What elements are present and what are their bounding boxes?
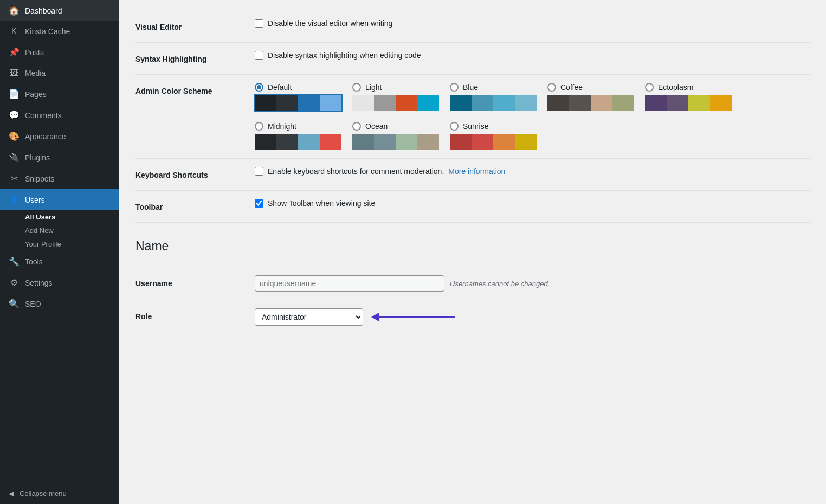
toolbar-checkbox[interactable] bbox=[255, 199, 263, 208]
keyboard-shortcuts-label: Enable keyboard shortcuts for comment mo… bbox=[268, 167, 444, 176]
color-scheme-sunrise[interactable]: Sunrise bbox=[450, 122, 537, 150]
arrow-line bbox=[379, 316, 455, 318]
collapse-menu-button[interactable]: ◀ Collapse menu bbox=[0, 483, 119, 504]
swatch bbox=[645, 95, 667, 111]
username-label: Username bbox=[135, 267, 255, 300]
sidebar-item-comments[interactable]: 💬 Comments bbox=[0, 105, 119, 126]
swatch bbox=[298, 95, 320, 111]
admin-color-scheme-row: Admin Color Scheme Default Light Blue bbox=[135, 75, 810, 159]
color-scheme-ectoplasm[interactable]: Ectoplasm bbox=[645, 83, 732, 111]
radio-sunrise[interactable] bbox=[450, 122, 459, 131]
username-input[interactable] bbox=[255, 275, 444, 292]
collapse-icon: ◀ bbox=[9, 489, 14, 497]
color-scheme-midnight[interactable]: Midnight bbox=[255, 122, 341, 150]
sidebar-label-tools: Tools bbox=[25, 257, 43, 266]
color-scheme-light[interactable]: Light bbox=[352, 83, 439, 111]
kinsta-cache-icon: K bbox=[9, 27, 20, 36]
swatch bbox=[320, 95, 341, 111]
radio-default[interactable] bbox=[255, 83, 263, 92]
submenu-add-new[interactable]: Add New bbox=[25, 224, 119, 237]
sidebar-label-comments: Comments bbox=[25, 111, 62, 120]
syntax-highlighting-checkbox[interactable] bbox=[255, 51, 263, 60]
visual-editor-label: Visual Editor bbox=[135, 11, 255, 43]
sidebar-item-tools[interactable]: 🔧 Tools bbox=[0, 251, 119, 272]
sidebar-label-appearance: Appearance bbox=[25, 132, 66, 141]
sidebar-item-users[interactable]: 👤 Users bbox=[0, 189, 119, 210]
comments-icon: 💬 bbox=[9, 110, 20, 120]
sidebar-item-seo[interactable]: 🔍 SEO bbox=[0, 293, 119, 314]
visual-editor-checkbox-label: Disable the visual editor when writing bbox=[268, 19, 392, 28]
syntax-highlighting-label: Syntax Highlighting bbox=[135, 43, 255, 75]
swatch bbox=[276, 134, 298, 150]
swatch bbox=[417, 95, 439, 111]
radio-blue[interactable] bbox=[450, 83, 459, 92]
sidebar-label-pages: Pages bbox=[25, 90, 47, 99]
swatches-blue bbox=[450, 95, 537, 111]
radio-ectoplasm[interactable] bbox=[645, 83, 654, 92]
toolbar-checkbox-label: Show Toolbar when viewing site bbox=[268, 199, 375, 208]
color-scheme-default[interactable]: Default bbox=[255, 83, 341, 111]
visual-editor-checkbox[interactable] bbox=[255, 19, 263, 28]
swatch bbox=[688, 95, 710, 111]
swatch bbox=[547, 95, 569, 111]
keyboard-shortcuts-row: Keyboard Shortcuts Enable keyboard short… bbox=[135, 159, 810, 191]
radio-light[interactable] bbox=[352, 83, 361, 92]
admin-color-scheme-label: Admin Color Scheme bbox=[135, 75, 255, 159]
sidebar-item-plugins[interactable]: 🔌 Plugins bbox=[0, 147, 119, 168]
sidebar-item-settings[interactable]: ⚙ Settings bbox=[0, 272, 119, 293]
swatch bbox=[255, 134, 276, 150]
users-icon: 👤 bbox=[9, 195, 20, 205]
sidebar-label-users: Users bbox=[25, 196, 45, 204]
color-scheme-label-midnight: Midnight bbox=[268, 122, 296, 131]
submenu-your-profile[interactable]: Your Profile bbox=[25, 237, 119, 251]
keyboard-shortcuts-control: Enable keyboard shortcuts for comment mo… bbox=[255, 159, 810, 191]
visual-editor-control: Disable the visual editor when writing bbox=[255, 11, 810, 43]
radio-ocean[interactable] bbox=[352, 122, 361, 131]
username-field-container: Usernames cannot be changed. bbox=[255, 275, 810, 292]
color-scheme-label-light: Light bbox=[365, 83, 382, 92]
sidebar-item-kinsta-cache[interactable]: K Kinsta Cache bbox=[0, 21, 119, 42]
role-select[interactable]: AdministratorEditorAuthorContributorSubs… bbox=[255, 308, 363, 326]
sidebar-item-posts[interactable]: 📌 Posts bbox=[0, 42, 119, 63]
pages-icon: 📄 bbox=[9, 89, 20, 99]
swatch bbox=[569, 95, 591, 111]
sidebar-item-appearance[interactable]: 🎨 Appearance bbox=[0, 126, 119, 147]
swatches-light bbox=[352, 95, 439, 111]
name-section-heading: Name bbox=[135, 234, 810, 254]
sidebar-label-dashboard: Dashboard bbox=[25, 7, 62, 15]
sidebar-item-snippets[interactable]: ✂ Snippets bbox=[0, 168, 119, 189]
swatches-ocean bbox=[352, 134, 439, 150]
sidebar-label-seo: SEO bbox=[25, 300, 41, 308]
sidebar-item-dashboard[interactable]: 🏠 Dashboard bbox=[0, 0, 119, 21]
color-scheme-ocean[interactable]: Ocean bbox=[352, 122, 439, 150]
role-field-container: AdministratorEditorAuthorContributorSubs… bbox=[255, 308, 810, 326]
radio-midnight[interactable] bbox=[255, 122, 263, 131]
sidebar-item-media[interactable]: 🖼 Media bbox=[0, 63, 119, 83]
submenu-all-users[interactable]: All Users bbox=[25, 210, 119, 224]
swatch bbox=[493, 134, 515, 150]
sidebar-label-snippets: Snippets bbox=[25, 175, 54, 183]
sidebar-label-kinsta-cache: Kinsta Cache bbox=[25, 27, 70, 36]
color-scheme-coffee[interactable]: Coffee bbox=[547, 83, 634, 111]
color-scheme-blue[interactable]: Blue bbox=[450, 83, 537, 111]
swatch bbox=[472, 134, 493, 150]
sidebar: 🏠 DashboardK Kinsta Cache📌 Posts🖼 Media📄… bbox=[0, 0, 119, 504]
radio-coffee[interactable] bbox=[547, 83, 556, 92]
swatch bbox=[667, 95, 688, 111]
more-info-link[interactable]: More information bbox=[448, 167, 505, 176]
swatch bbox=[298, 134, 320, 150]
sidebar-label-media: Media bbox=[25, 69, 46, 77]
snippets-icon: ✂ bbox=[9, 173, 20, 184]
sidebar-item-pages[interactable]: 📄 Pages bbox=[0, 83, 119, 105]
toolbar-control: Show Toolbar when viewing site bbox=[255, 191, 810, 223]
role-label: Role bbox=[135, 300, 255, 334]
settings-icon: ⚙ bbox=[9, 277, 20, 288]
swatches-sunrise bbox=[450, 134, 537, 150]
keyboard-shortcuts-checkbox[interactable] bbox=[255, 167, 263, 176]
dashboard-icon: 🏠 bbox=[9, 5, 20, 16]
role-control: AdministratorEditorAuthorContributorSubs… bbox=[255, 300, 810, 334]
swatches-coffee bbox=[547, 95, 634, 111]
swatch bbox=[515, 95, 537, 111]
swatch bbox=[472, 95, 493, 111]
swatch bbox=[320, 134, 341, 150]
